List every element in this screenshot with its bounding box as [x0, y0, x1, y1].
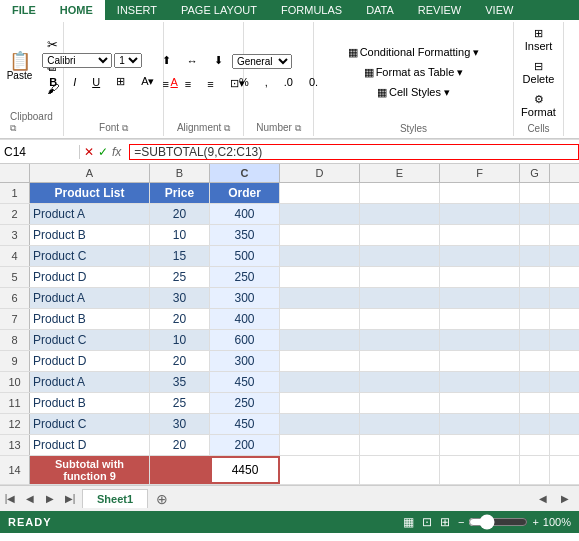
cell-a6[interactable]: Product A	[30, 288, 150, 308]
cell-e7[interactable]	[360, 309, 440, 329]
cell-d6[interactable]	[280, 288, 360, 308]
cell-e10[interactable]	[360, 372, 440, 392]
sheet-tab-1[interactable]: Sheet1	[82, 489, 148, 508]
zoom-slider[interactable]	[468, 514, 528, 530]
cell-e9[interactable]	[360, 351, 440, 371]
cell-f2[interactable]	[440, 204, 520, 224]
cell-e12[interactable]	[360, 414, 440, 434]
tab-view[interactable]: VIEW	[473, 0, 525, 20]
cell-d1[interactable]	[280, 183, 360, 203]
cell-c3[interactable]: 350	[210, 225, 280, 245]
cell-f3[interactable]	[440, 225, 520, 245]
col-header-f[interactable]: F	[440, 164, 520, 182]
cell-a11[interactable]: Product B	[30, 393, 150, 413]
cell-f10[interactable]	[440, 372, 520, 392]
align-right-button[interactable]: ≡	[200, 74, 220, 93]
cell-f5[interactable]	[440, 267, 520, 287]
sheet-nav-last[interactable]: ▶|	[60, 489, 80, 509]
sheet-nav-next[interactable]: ▶	[40, 489, 60, 509]
col-header-c[interactable]: C	[210, 164, 280, 182]
cell-c11[interactable]: 250	[210, 393, 280, 413]
cell-a13[interactable]: Product D	[30, 435, 150, 455]
cell-b10[interactable]: 35	[150, 372, 210, 392]
cell-g2[interactable]	[520, 204, 550, 224]
cell-g6[interactable]	[520, 288, 550, 308]
cell-a4[interactable]: Product C	[30, 246, 150, 266]
cell-c6[interactable]: 300	[210, 288, 280, 308]
cell-b3[interactable]: 10	[150, 225, 210, 245]
paste-button[interactable]: 📋 Paste	[2, 34, 38, 99]
cell-b2[interactable]: 20	[150, 204, 210, 224]
cell-g8[interactable]	[520, 330, 550, 350]
confirm-formula-icon[interactable]: ✓	[98, 145, 108, 159]
delete-cells-button[interactable]: ⊟ Delete	[518, 57, 560, 88]
cell-e6[interactable]	[360, 288, 440, 308]
cell-a2[interactable]: Product A	[30, 204, 150, 224]
subtotal-d-cell[interactable]	[280, 456, 360, 484]
cell-a1[interactable]: Product List	[30, 183, 150, 203]
cell-g10[interactable]	[520, 372, 550, 392]
cell-f7[interactable]	[440, 309, 520, 329]
cell-g9[interactable]	[520, 351, 550, 371]
cell-b13[interactable]: 20	[150, 435, 210, 455]
cell-g3[interactable]	[520, 225, 550, 245]
underline-button[interactable]: U	[85, 73, 107, 91]
subtotal-e-cell[interactable]	[360, 456, 440, 484]
scroll-left[interactable]: ◀	[533, 489, 553, 509]
cell-f4[interactable]	[440, 246, 520, 266]
cell-c10[interactable]: 450	[210, 372, 280, 392]
cell-c1[interactable]: Order	[210, 183, 280, 203]
cell-reference-box[interactable]: C14	[0, 145, 80, 159]
formula-input[interactable]: =SUBTOTAL(9,C2:C13)	[129, 144, 579, 160]
align-left-button[interactable]: ≡	[155, 74, 175, 93]
cell-c4[interactable]: 500	[210, 246, 280, 266]
italic-button[interactable]: I	[66, 73, 83, 91]
cell-b1[interactable]: Price	[150, 183, 210, 203]
number-format-select[interactable]: General	[232, 54, 292, 69]
format-as-table-button[interactable]: ▦ Format as Table ▾	[357, 63, 471, 82]
align-middle-button[interactable]: ↔	[180, 51, 205, 70]
subtotal-f-cell[interactable]	[440, 456, 520, 484]
col-header-d[interactable]: D	[280, 164, 360, 182]
sheet-nav-prev[interactable]: ◀	[20, 489, 40, 509]
tab-formulas[interactable]: FORMULAS	[269, 0, 354, 20]
sheet-nav-first[interactable]: |◀	[0, 489, 20, 509]
cell-e13[interactable]	[360, 435, 440, 455]
tab-page-layout[interactable]: PAGE LAYOUT	[169, 0, 269, 20]
subtotal-label-cell[interactable]: Subtotal with function 9	[30, 456, 150, 484]
cell-c8[interactable]: 600	[210, 330, 280, 350]
col-header-b[interactable]: B	[150, 164, 210, 182]
cell-e2[interactable]	[360, 204, 440, 224]
cell-f1[interactable]	[440, 183, 520, 203]
cell-d3[interactable]	[280, 225, 360, 245]
cell-g11[interactable]	[520, 393, 550, 413]
cell-a8[interactable]: Product C	[30, 330, 150, 350]
cell-c12[interactable]: 450	[210, 414, 280, 434]
subtotal-value-cell[interactable]: 4450	[210, 456, 280, 484]
cell-b4[interactable]: 15	[150, 246, 210, 266]
cell-g4[interactable]	[520, 246, 550, 266]
add-sheet-button[interactable]: ⊕	[152, 489, 172, 509]
cell-b9[interactable]: 20	[150, 351, 210, 371]
col-header-g[interactable]: G	[520, 164, 550, 182]
cell-d12[interactable]	[280, 414, 360, 434]
cell-c5[interactable]: 250	[210, 267, 280, 287]
cell-g1[interactable]	[520, 183, 550, 203]
cell-d9[interactable]	[280, 351, 360, 371]
cell-e1[interactable]	[360, 183, 440, 203]
cell-b5[interactable]: 25	[150, 267, 210, 287]
cell-b12[interactable]: 30	[150, 414, 210, 434]
cell-c13[interactable]: 200	[210, 435, 280, 455]
cell-f6[interactable]	[440, 288, 520, 308]
cell-a10[interactable]: Product A	[30, 372, 150, 392]
cell-d8[interactable]	[280, 330, 360, 350]
cell-d5[interactable]	[280, 267, 360, 287]
tab-file[interactable]: FILE	[0, 0, 48, 20]
tab-data[interactable]: DATA	[354, 0, 406, 20]
cell-g13[interactable]	[520, 435, 550, 455]
cell-f12[interactable]	[440, 414, 520, 434]
font-family-select[interactable]: Calibri	[42, 53, 112, 68]
cell-a9[interactable]: Product D	[30, 351, 150, 371]
align-bottom-button[interactable]: ⬇	[207, 51, 230, 70]
cell-g7[interactable]	[520, 309, 550, 329]
